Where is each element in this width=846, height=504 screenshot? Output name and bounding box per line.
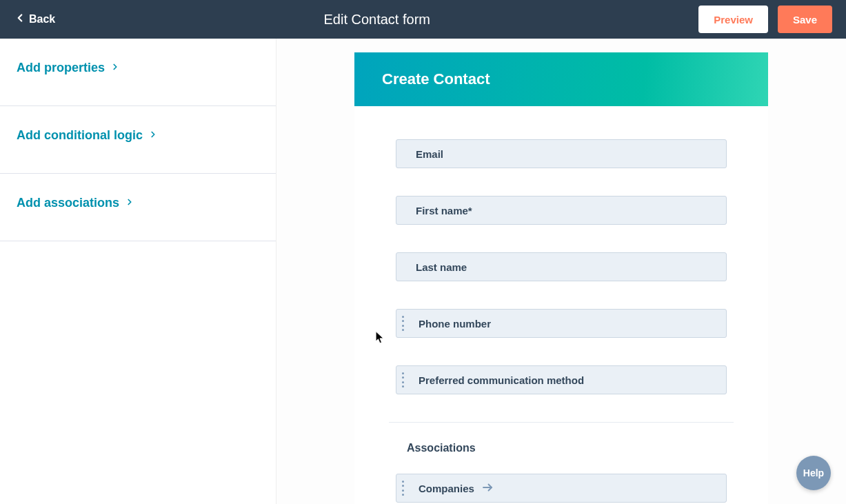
- field-label: Last name: [416, 261, 467, 273]
- back-button[interactable]: Back: [14, 12, 55, 27]
- form-canvas: Create Contact Email First name* Last na…: [276, 39, 846, 504]
- chevron-right-icon: [110, 61, 120, 75]
- preview-button[interactable]: Preview: [698, 6, 768, 33]
- sidebar-item-add-properties[interactable]: Add properties: [0, 39, 276, 106]
- form-field-preferred-communication[interactable]: Preferred communication method: [396, 365, 727, 394]
- field-label: Phone number: [419, 318, 491, 330]
- form-field-last-name[interactable]: Last name: [396, 252, 727, 281]
- drag-handle-icon[interactable]: [402, 372, 409, 387]
- help-button[interactable]: Help: [796, 456, 831, 490]
- form-card-title: Create Contact: [354, 52, 768, 106]
- form-field-phone-number[interactable]: Phone number: [396, 309, 727, 338]
- form-card: Create Contact Email First name* Last na…: [354, 52, 768, 504]
- associations-heading: Associations: [407, 442, 727, 454]
- chevron-right-icon: [125, 196, 134, 210]
- header-actions: Preview Save: [698, 6, 832, 33]
- form-field-email[interactable]: Email: [396, 139, 727, 168]
- app-header: Back Edit Contact form Preview Save: [0, 0, 846, 39]
- field-label: Preferred communication method: [419, 374, 584, 386]
- drag-handle-icon[interactable]: [402, 316, 409, 331]
- field-label: Companies: [419, 483, 474, 494]
- back-label: Back: [29, 13, 55, 26]
- drag-handle-icon[interactable]: [402, 481, 409, 496]
- sidebar: Add properties Add conditional logic Add…: [0, 39, 276, 504]
- sidebar-item-add-conditional-logic[interactable]: Add conditional logic: [0, 106, 276, 174]
- sidebar-item-label: Add conditional logic: [17, 128, 143, 143]
- chevron-right-icon: [148, 128, 158, 143]
- field-label: Email: [416, 148, 443, 160]
- sidebar-item-label: Add associations: [17, 196, 119, 210]
- sidebar-item-label: Add properties: [17, 61, 105, 75]
- sidebar-item-add-associations[interactable]: Add associations: [0, 174, 276, 241]
- page-title: Edit Contact form: [323, 12, 430, 28]
- save-button[interactable]: Save: [778, 6, 832, 33]
- association-field-companies[interactable]: Companies: [396, 474, 727, 503]
- chevron-left-icon: [14, 12, 26, 27]
- divider: [389, 422, 734, 423]
- form-field-first-name[interactable]: First name*: [396, 196, 727, 225]
- field-label: First name*: [416, 205, 472, 216]
- arrow-right-icon: [481, 481, 494, 496]
